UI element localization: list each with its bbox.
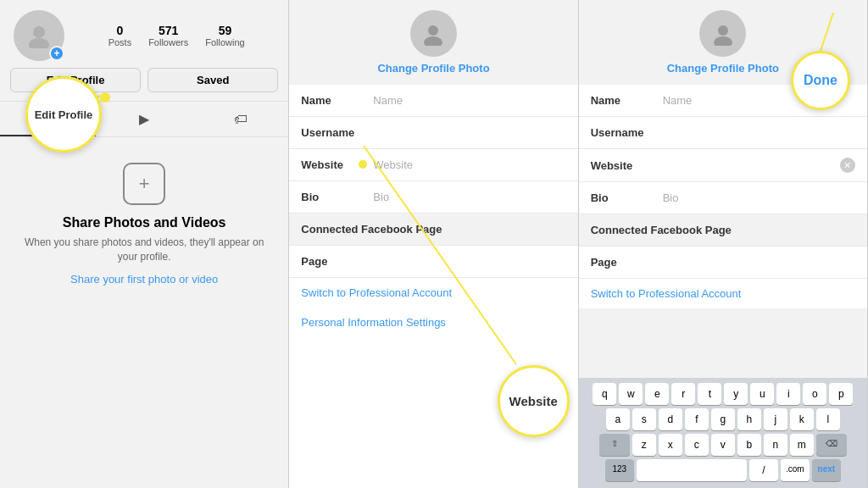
key-o[interactable]: o <box>803 383 826 405</box>
profile-content: + Share Photos and Videos When you share… <box>0 137 288 488</box>
key-x[interactable]: x <box>659 434 682 456</box>
panel-profile: + 0 Posts 571 Followers 59 Following Edi… <box>0 0 289 488</box>
key-z[interactable]: z <box>632 434 656 456</box>
svg-point-7 <box>714 36 732 46</box>
website-row: Website Website <box>289 149 577 181</box>
space-key[interactable] <box>637 459 747 481</box>
share-desc: When you share photos and videos, they'l… <box>17 236 271 264</box>
share-title: Share Photos and Videos <box>63 215 226 230</box>
key-s[interactable]: s <box>632 408 656 430</box>
edit-avatar-3 <box>699 10 746 57</box>
key-v[interactable]: v <box>711 434 735 456</box>
name-row: Name Name <box>289 85 577 117</box>
shift-key[interactable]: ⇧ <box>599 434 630 456</box>
numbers-key[interactable]: 123 <box>605 459 634 481</box>
change-photo-link-3[interactable]: Change Profile Photo <box>667 62 779 75</box>
key-l[interactable]: l <box>816 408 840 430</box>
clear-website-button[interactable]: ✕ <box>840 158 855 173</box>
slash-key[interactable]: / <box>749 459 778 481</box>
key-j[interactable]: j <box>764 408 787 430</box>
key-e[interactable]: e <box>645 383 669 405</box>
personal-info-link[interactable]: Personal Information Settings <box>289 308 577 337</box>
key-n[interactable]: n <box>764 434 787 456</box>
switch-professional-link-3[interactable]: Switch to Professional Account <box>579 279 867 308</box>
connected-fb-header-3: Connected Facebook Page <box>579 214 867 247</box>
key-k[interactable]: k <box>790 408 814 430</box>
edit-avatar <box>410 10 457 57</box>
website-annotation: Website <box>498 365 570 437</box>
keyboard-row-1: q w e r t y u i o p <box>582 383 864 405</box>
svg-point-4 <box>424 36 442 46</box>
annotation-dot-edit <box>100 92 110 103</box>
fb-page-row-3: Page <box>579 247 867 279</box>
key-a[interactable]: a <box>606 408 630 430</box>
edit-profile-header: Change Profile Photo <box>289 0 577 85</box>
panel-edit-profile-keyboard: Change Profile Photo Name Name Username … <box>579 0 868 488</box>
share-link[interactable]: Share your first photo or video <box>70 273 218 286</box>
bio-row-3: Bio Bio <box>579 182 867 214</box>
dotcom-key[interactable]: .com <box>781 459 810 481</box>
key-i[interactable]: i <box>776 383 800 405</box>
username-row-3: Username <box>579 117 867 149</box>
key-p[interactable]: p <box>829 383 853 405</box>
key-q[interactable]: q <box>593 383 616 405</box>
svg-point-6 <box>718 25 728 36</box>
key-t[interactable]: t <box>698 383 721 405</box>
connected-fb-header: Connected Facebook Page <box>289 214 577 246</box>
backspace-key[interactable]: ⌫ <box>816 434 847 456</box>
change-photo-link[interactable]: Change Profile Photo <box>377 62 489 75</box>
key-y[interactable]: y <box>724 383 748 405</box>
bio-row: Bio Bio <box>289 181 577 214</box>
edit-profile-annotation: Edit Profile <box>25 76 102 152</box>
key-m[interactable]: m <box>790 434 814 456</box>
svg-point-3 <box>428 25 438 36</box>
key-f[interactable]: f <box>685 408 709 430</box>
virtual-keyboard: q w e r t y u i o p a s d f g h j k l ⇧ … <box>579 378 867 488</box>
key-c[interactable]: c <box>685 434 709 456</box>
key-u[interactable]: u <box>750 383 774 405</box>
next-key[interactable]: next <box>812 459 841 481</box>
key-w[interactable]: w <box>619 383 643 405</box>
key-g[interactable]: g <box>711 408 735 430</box>
switch-professional-link[interactable]: Switch to Professional Account <box>289 278 577 308</box>
panel-edit-profile: Change Profile Photo Name Name Username … <box>289 0 578 488</box>
keyboard-row-3: ⇧ z x c v b n m ⌫ <box>582 434 864 456</box>
username-row: Username <box>289 117 577 149</box>
keyboard-row-4: 123 / .com next <box>582 459 864 481</box>
fb-page-row: Page <box>289 246 577 278</box>
key-b[interactable]: b <box>737 434 761 456</box>
edit-form-3: Name Name Username Website ✕ Bio Bio Con… <box>579 85 867 308</box>
key-d[interactable]: d <box>659 408 682 430</box>
done-annotation: Done <box>791 51 850 110</box>
website-row-3: Website ✕ <box>579 149 867 182</box>
keyboard-row-2: a s d f g h j k l <box>582 408 864 430</box>
key-h[interactable]: h <box>737 408 761 430</box>
key-r[interactable]: r <box>671 383 695 405</box>
